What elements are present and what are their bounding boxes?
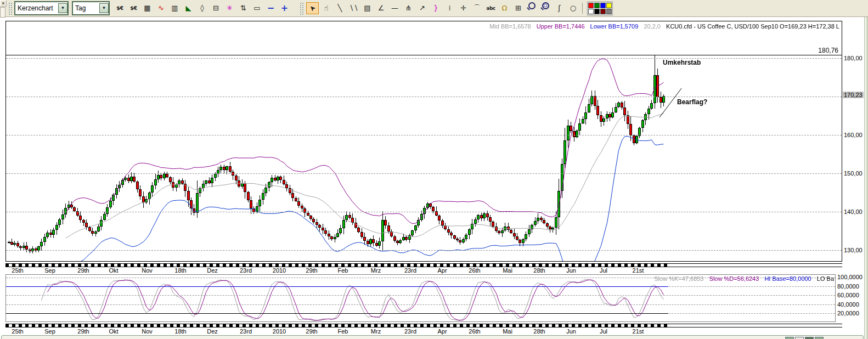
x-tick: 23rd [240,267,252,274]
x-tick: 29th [77,267,89,274]
text-label-icon[interactable]: abc [484,2,497,14]
stoch-tick-80: 80,0000 [837,283,859,290]
indicator-wave-icon[interactable]: ∿ [155,2,167,14]
pitchfork-icon[interactable]: ⋔ [402,2,415,14]
color-swatch-green[interactable] [594,3,600,8]
color-swatch-yellow[interactable] [606,3,612,8]
chevron-down-icon[interactable]: ▼ [58,3,67,13]
panel-swatch[interactable] [805,337,814,339]
x-tick: Jul [600,267,607,274]
window-edge-scrollbar[interactable] [864,17,868,339]
bracket-icon[interactable]: } [430,2,442,14]
chart-stats-icon[interactable]: ▥ [168,2,181,14]
x-tick: 26th [469,267,480,274]
toolbar-grip[interactable] [8,2,13,15]
color-swatch-white[interactable] [588,9,594,14]
main-chart-pane[interactable]: 180,76 Mid BB=1,6578 Upper BB=1,7446 Low… [5,21,842,262]
minus-icon[interactable]: − [264,2,277,14]
stoch-tick-60: 60,0000 [837,292,859,298]
price-tick-150: 150,00 [844,170,863,177]
horizontal-grid-icon[interactable]: ▤ [361,2,374,14]
printer-icon[interactable]: ⊟ [210,2,222,14]
annotation-umkehrstab[interactable]: Umkehrstab [663,59,701,66]
trend-arrow-icon[interactable]: ↗ [416,2,429,14]
x-tick: 21st [633,267,644,274]
x-tick: 29th [306,267,317,274]
paint-splash-icon[interactable]: ✳ [223,2,236,14]
updown-arrows-icon[interactable]: ⇅ [237,2,250,14]
color-swatch-darkred[interactable] [600,9,606,14]
x-tick: 21st [633,328,644,335]
vertical-grid-icon[interactable]: ⁞ [443,2,456,14]
trading-app-window: { "window": { "close_label": "×" }, "too… [0,0,868,339]
lo-base-value: LO Ba [817,275,834,282]
close-icon[interactable]: × [0,0,7,7]
slow-k-value: Slow %K=47,6853 [654,275,703,282]
x-tick: Mai [503,328,512,335]
x-tick: Mrz [371,267,381,274]
gridline-150 [6,173,842,174]
price-tick-130: 130,00 [844,247,863,253]
x-tick: 28th [533,328,545,335]
panel-swatch[interactable] [795,337,804,339]
color-swatch-red[interactable] [588,3,594,8]
stochastic-pane[interactable]: Slow %K=47,6853 Slow %D=56,6243 HI Base=… [5,274,836,322]
chevron-down-icon[interactable]: ▼ [99,3,109,13]
candlestick-chart[interactable] [6,21,842,261]
chart-type-dropdown[interactable]: Kerzenchart ▼ [14,1,69,15]
x-tick: Dez [207,267,218,274]
period-dropdown[interactable]: Tag ▼ [72,1,110,15]
stoch-tick-20: 20,0000 [837,310,859,317]
x-tick: Apr [437,267,447,274]
grid-settings-icon[interactable]: ▦ [141,2,154,14]
color-swatch-gray[interactable] [606,9,612,14]
hand-icon[interactable]: ☝ [320,2,332,14]
x-tick: 29th [306,328,317,335]
symbol-title: KCU0.cfd - US Coffee C, USD/100 Sep10 O=… [666,23,839,30]
dollar-euro-icon[interactable]: $⁄€ [114,2,126,14]
bearflag-trendline[interactable] [658,87,684,120]
area-chart-icon[interactable]: ◣ [182,2,195,14]
horizontal-line-icon[interactable]: — [388,2,401,14]
lo-base-line [6,313,668,314]
session-break-band-empty [668,263,842,267]
cursor-icon[interactable]: ➤ [306,2,319,14]
fan-lines-icon[interactable]: ∠ [375,2,387,14]
color-swatch-blue[interactable] [600,3,606,8]
x-tick: Okt [109,267,118,274]
x-tick: 23rd [404,267,416,274]
x-tick: Dez [207,328,218,335]
zoom-out-icon[interactable] [539,2,552,14]
panel-swatch[interactable] [815,337,824,339]
parallel-lines-icon[interactable]: ∖∖ [347,2,360,14]
panel-swatch[interactable] [785,337,794,339]
horizontal-line-180-76[interactable] [6,55,842,55]
main-toolbar: × Kerzenchart ▼ Tag ▼ $⁄€ $⁄€ ▦ ∿ ▥ ◣ ◊ … [0,0,868,17]
euro-dollar-icon[interactable]: $⁄€ [127,2,140,14]
gridline-140 [6,212,842,212]
plus-icon[interactable]: + [278,2,291,14]
x-axis-labels-bottom: 25th Sep 29th Okt Nov 18th Dez 23rd 2010… [0,328,868,335]
gridline-180 [6,58,842,59]
toolbar-grip[interactable] [299,2,304,15]
color-swatch-black[interactable] [594,9,600,14]
x-tick: 18th [174,328,186,335]
session-break-band [5,324,668,327]
calculator-icon[interactable]: ⊞ [512,2,525,14]
mid-bb-value: Mid BB=1,6578 [489,23,531,30]
ellipse-icon[interactable]: ○ [567,2,579,14]
eraser-icon[interactable]: ◊ [196,2,208,14]
fib-arcs-icon[interactable]: ⌒ [471,2,483,14]
monitor-icon[interactable]: ▭ [251,2,263,14]
gridline-130 [6,250,842,251]
x-tick: 25th [12,267,23,274]
toolbar-drag-handle[interactable] [0,7,5,18]
crosshair-icon[interactable]: ✛ [457,2,470,14]
wave-tool-icon[interactable]: ʃ [553,2,566,14]
x-tick: Nov [142,328,153,335]
x-tick: Sep [44,267,55,274]
trendline-icon[interactable]: ╲ [334,2,346,14]
zoom-in-icon[interactable] [526,2,538,14]
stoch-header: Slow %K=47,6853 Slow %D=56,6243 HI Base=… [650,275,834,282]
alarm-bell-icon[interactable]: Ω [498,2,511,14]
